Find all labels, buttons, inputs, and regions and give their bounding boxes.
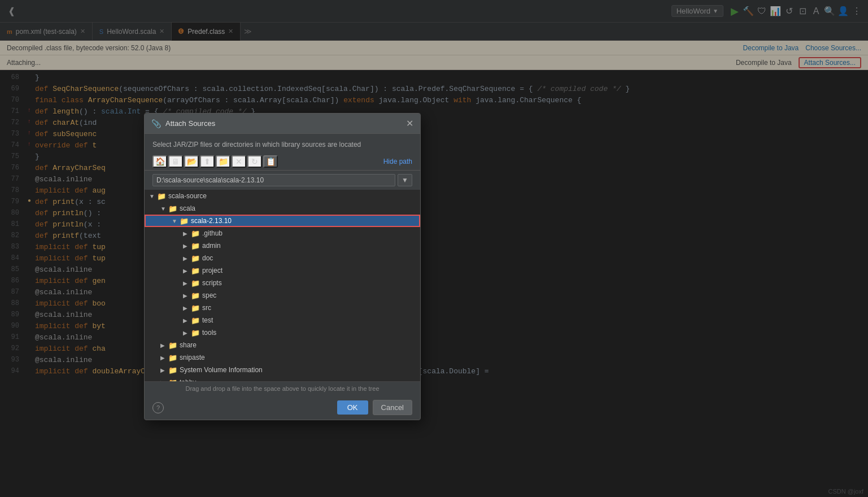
tree-arrow-system-volume: ▶ xyxy=(160,367,168,373)
folder-icon-project: 📁 xyxy=(191,267,200,275)
tree-arrow-admin: ▶ xyxy=(183,243,191,249)
folder-icon-snipaste: 📁 xyxy=(168,354,177,362)
tree-label-scala-2.13.10: scala-2.13.10 xyxy=(191,217,232,225)
folder-icon-spec: 📁 xyxy=(191,291,200,300)
tree-item-test[interactable]: ▶ 📁 test xyxy=(145,314,420,326)
folder-icon-scala-2.13.10: 📁 xyxy=(180,217,189,225)
tree-item-tools[interactable]: ▶ 📁 tools xyxy=(145,326,420,339)
tree-item-src[interactable]: ▶ 📁 src xyxy=(145,302,420,314)
tree-item-system-volume[interactable]: ▶ 📁 System Volume Information xyxy=(145,364,420,376)
tree-item-scala-2.13.10[interactable]: ▼ 📁 scala-2.13.10 xyxy=(145,215,420,227)
tree-arrow-src: ▶ xyxy=(183,305,191,311)
dialog-new-folder-button[interactable]: 📂 xyxy=(184,155,199,168)
tree-arrow-scala-2.13.10: ▼ xyxy=(172,218,180,224)
dialog-copy-button[interactable]: 📋 xyxy=(263,155,278,168)
tree-label-scala: scala xyxy=(180,204,195,212)
dialog-ok-button[interactable]: OK xyxy=(337,400,368,415)
dialog-help-button[interactable]: ? xyxy=(152,402,164,413)
folder-icon-scripts: 📁 xyxy=(191,279,200,287)
tree-item-share[interactable]: ▶ 📁 share xyxy=(145,339,420,351)
tree-label-admin: admin xyxy=(202,242,221,250)
dialog-path-row: ▼ xyxy=(145,171,420,190)
folder-icon-scala: 📁 xyxy=(168,204,177,213)
tree-item-doc[interactable]: ▶ 📁 doc xyxy=(145,252,420,264)
tree-arrow-tabby: ▶ xyxy=(160,380,168,382)
dialog-title-text: Attach Sources xyxy=(165,119,215,128)
tree-label-tools: tools xyxy=(202,329,216,337)
folder-icon-tabby: 📁 xyxy=(168,378,177,382)
dialog-hide-path-button[interactable]: Hide path xyxy=(383,158,412,165)
tree-label-share: share xyxy=(180,341,197,349)
tree-item-spec[interactable]: ▶ 📁 spec xyxy=(145,289,420,302)
dialog-cancel-button[interactable]: Cancel xyxy=(373,400,412,415)
folder-icon-share: 📁 xyxy=(168,341,177,350)
dialog-delete-button[interactable]: ✕ xyxy=(232,155,246,168)
tree-label-test: test xyxy=(202,316,213,324)
dialog-footer: ? OK Cancel xyxy=(145,395,420,420)
tree-label-scripts: scripts xyxy=(202,279,222,287)
dialog-toolbar: 🏠 🖥 📂 ⬆ 📁 ✕ ↻ 📋 Hide path xyxy=(145,153,420,171)
tree-label-snipaste: snipaste xyxy=(180,354,205,361)
tree-arrow-doc: ▶ xyxy=(183,255,191,261)
dialog-title-icon: 📎 xyxy=(151,119,161,128)
dialog-close-button[interactable]: ✕ xyxy=(406,118,413,129)
tree-item-scala-source[interactable]: ▼ 📁 scala-source xyxy=(145,190,420,202)
tree-label-project: project xyxy=(202,267,223,274)
tree-item-project[interactable]: ▶ 📁 project xyxy=(145,264,420,277)
dialog-title-left: 📎 Attach Sources xyxy=(151,119,215,128)
dialog-overlay: 📎 Attach Sources ✕ Select JAR/ZIP files … xyxy=(0,0,868,497)
folder-icon-doc: 📁 xyxy=(191,254,200,263)
dialog-hint: Drag and drop a file into the space abov… xyxy=(145,382,420,395)
tree-label-src: src xyxy=(202,304,211,312)
tree-arrow-scripts: ▶ xyxy=(183,280,191,286)
folder-icon-system-volume: 📁 xyxy=(168,366,177,374)
folder-icon-.github: 📁 xyxy=(191,229,200,238)
tree-item-scripts[interactable]: ▶ 📁 scripts xyxy=(145,277,420,289)
dialog-hint-text: Drag and drop a file into the space abov… xyxy=(185,385,379,392)
folder-icon-scala-source: 📁 xyxy=(157,192,166,200)
folder-icon-src: 📁 xyxy=(191,304,200,312)
tree-label-tabby: tabby xyxy=(180,378,196,382)
folder-icon-test: 📁 xyxy=(191,316,200,325)
tree-item-snipaste[interactable]: ▶ 📁 snipaste xyxy=(145,351,420,364)
dialog-path-dropdown[interactable]: ▼ xyxy=(398,174,412,186)
tree-item-scala[interactable]: ▼ 📁 scala xyxy=(145,202,420,215)
dialog-description: Select JAR/ZIP files or directories in w… xyxy=(145,134,420,153)
tree-arrow-share: ▶ xyxy=(160,342,168,348)
tree-arrow-test: ▶ xyxy=(183,317,191,324)
tree-arrow-tools: ▶ xyxy=(183,330,191,336)
tree-label-scala-source: scala-source xyxy=(168,192,207,200)
tree-item-admin[interactable]: ▶ 📁 admin xyxy=(145,239,420,252)
dialog-desktop-button[interactable]: 🖥 xyxy=(168,155,183,168)
tree-arrow-scala-source: ▼ xyxy=(149,193,157,199)
tree-arrow-project: ▶ xyxy=(183,268,191,274)
tree-label-spec: spec xyxy=(202,291,216,299)
dialog-refresh-button[interactable]: ↻ xyxy=(247,155,262,168)
tree-label-.github: .github xyxy=(202,229,223,237)
tree-label-system-volume: System Volume Information xyxy=(180,366,263,374)
dialog-path-input[interactable] xyxy=(152,174,395,186)
tree-arrow-.github: ▶ xyxy=(183,230,191,237)
tree-label-doc: doc xyxy=(202,254,213,262)
tree-arrow-scala: ▼ xyxy=(160,206,168,212)
tree-item-.github[interactable]: ▶ 📁 .github xyxy=(145,227,420,239)
tree-arrow-snipaste: ▶ xyxy=(160,355,168,361)
dialog-up-button[interactable]: ⬆ xyxy=(200,155,215,168)
tree-item-tabby[interactable]: ▶ 📁 tabby xyxy=(145,376,420,382)
folder-icon-tools: 📁 xyxy=(191,329,200,337)
tree-arrow-spec: ▶ xyxy=(183,293,191,299)
dialog-description-text: Select JAR/ZIP files or directories in w… xyxy=(152,141,361,149)
dialog-home-button[interactable]: 🏠 xyxy=(152,155,167,168)
dialog-expand-button[interactable]: 📁 xyxy=(216,155,230,168)
folder-icon-admin: 📁 xyxy=(191,242,200,250)
dialog-tree[interactable]: ▼ 📁 scala-source ▼ 📁 scala ▼ 📁 scala-2.1… xyxy=(145,190,420,382)
attach-sources-dialog: 📎 Attach Sources ✕ Select JAR/ZIP files … xyxy=(144,113,421,420)
dialog-title-bar: 📎 Attach Sources ✕ xyxy=(145,114,420,134)
